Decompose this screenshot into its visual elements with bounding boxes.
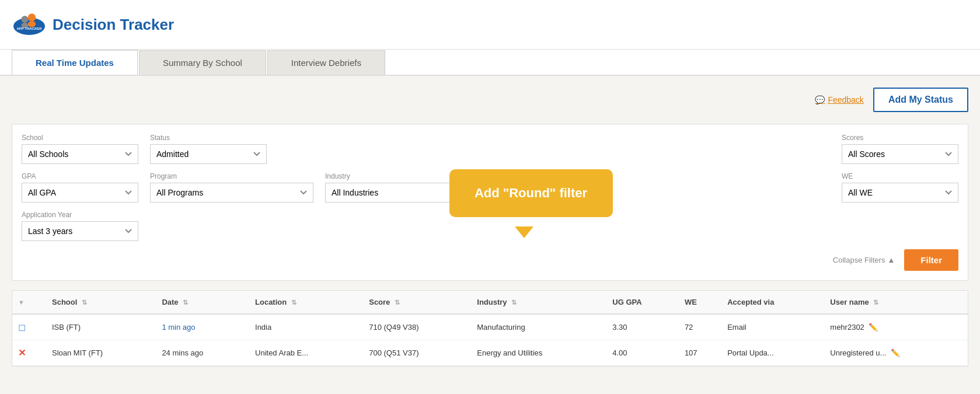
school-label: School xyxy=(22,134,138,142)
row2-school: Sloan MIT (FT) xyxy=(46,340,156,366)
program-select[interactable]: All Programs xyxy=(150,183,313,203)
results-table-container: School Date Location Score xyxy=(12,290,968,367)
row1-school: ISB (FT) xyxy=(46,314,156,340)
we-select[interactable]: All WE xyxy=(842,183,958,203)
row1-location: India xyxy=(249,314,363,340)
row1-accepted-via: Email xyxy=(721,314,824,340)
svg-point-4 xyxy=(28,21,36,27)
table-row: ◻ ISB (FT) 1 min ago India 710 (Q49 V38)… xyxy=(12,314,968,340)
scores-label: Scores xyxy=(842,134,958,142)
app-logo: APP TRACKER xyxy=(12,7,47,42)
th-accepted-via: Accepted via xyxy=(721,291,824,314)
tabs-bar: Real Time Updates Summary By School Inte… xyxy=(0,50,980,76)
row2-ug-gpa: 4.00 xyxy=(606,340,679,366)
table-header-row: School Date Location Score xyxy=(12,291,968,314)
app-year-label: Application Year xyxy=(22,211,138,219)
table-row: ✕ Sloan MIT (FT) 24 mins ago United Arab… xyxy=(12,340,968,366)
tab-summary[interactable]: Summary By School xyxy=(139,50,266,75)
username-sort-icon xyxy=(873,299,878,306)
gpa-label: GPA xyxy=(22,172,138,180)
tab-real-time[interactable]: Real Time Updates xyxy=(12,50,138,75)
row2-status-cell: ✕ xyxy=(12,340,46,366)
gpa-filter-group: GPA All GPA xyxy=(22,172,138,203)
row2-we: 107 xyxy=(679,340,721,366)
filter-button[interactable]: Filter xyxy=(904,249,958,271)
row2-accepted-via: Portal Upda... xyxy=(721,340,824,366)
row2-date: 24 mins ago xyxy=(156,340,249,366)
location-sort-icon xyxy=(291,299,297,306)
th-we: WE xyxy=(679,291,721,314)
logo-area: APP TRACKER Decision Tracker xyxy=(12,7,174,42)
we-label: WE xyxy=(842,172,958,180)
row1-edit-icon[interactable]: ✏️ xyxy=(869,323,878,332)
row1-date-link[interactable]: 1 min ago xyxy=(162,323,195,332)
top-actions: 💬 Feedback Add My Status xyxy=(12,88,968,112)
row2-location: United Arab E... xyxy=(249,340,363,366)
admitted-icon: ◻ xyxy=(18,322,26,332)
th-date[interactable]: Date xyxy=(156,291,249,314)
scores-select[interactable]: All Scores xyxy=(842,144,958,164)
app-year-filter-group: Application Year Last 3 years xyxy=(22,211,138,241)
row1-industry: Manufacturing xyxy=(471,314,606,340)
app-year-select[interactable]: Last 3 years xyxy=(22,221,138,241)
tooltip-bubble: Add "Round" filter xyxy=(449,169,613,217)
row2-username: Unregistered u... ✏️ xyxy=(824,340,968,366)
row2-score: 700 (Q51 V37) xyxy=(363,340,471,366)
school-filter-group: School All Schools xyxy=(22,134,138,164)
program-filter-group: Program All Programs xyxy=(150,172,313,203)
tab-interview[interactable]: Interview Debriefs xyxy=(267,50,385,75)
filter-actions: Collapse Filters Filter xyxy=(22,249,958,271)
row1-we: 72 xyxy=(679,314,721,340)
row2-industry: Energy and Utilities xyxy=(471,340,606,366)
app-header: APP TRACKER Decision Tracker xyxy=(0,0,980,50)
th-score[interactable]: Score xyxy=(363,291,471,314)
expand-all-icon[interactable] xyxy=(18,299,25,306)
th-username[interactable]: User name xyxy=(824,291,968,314)
status-select[interactable]: Admitted xyxy=(150,144,267,164)
add-status-button[interactable]: Add My Status xyxy=(873,88,968,112)
svg-point-1 xyxy=(22,16,29,23)
filter-row-1: School All Schools Status Admitted Score… xyxy=(22,134,958,164)
th-ug-gpa: UG GPA xyxy=(606,291,679,314)
chevron-up-icon xyxy=(887,256,895,264)
feedback-link[interactable]: 💬 Feedback xyxy=(815,95,863,104)
th-location[interactable]: Location xyxy=(249,291,363,314)
collapse-filters-button[interactable]: Collapse Filters xyxy=(833,256,895,264)
industry-sort-icon xyxy=(511,299,517,306)
status-filter-group: Status Admitted xyxy=(150,134,267,164)
row1-date: 1 min ago xyxy=(156,314,249,340)
svg-text:APP TRACKER: APP TRACKER xyxy=(16,27,42,30)
feedback-icon: 💬 xyxy=(815,95,825,104)
svg-point-3 xyxy=(28,13,36,22)
th-industry[interactable]: Industry xyxy=(471,291,606,314)
score-sort-icon xyxy=(395,299,400,306)
row1-status-cell: ◻ xyxy=(12,314,46,340)
main-content: Add "Round" filter 💬 Feedback Add My Sta… xyxy=(0,76,980,378)
results-table: School Date Location Score xyxy=(12,291,968,366)
th-school[interactable]: School xyxy=(46,291,156,314)
row1-ug-gpa: 3.30 xyxy=(606,314,679,340)
date-sort-icon xyxy=(183,299,188,306)
we-filter-group: WE All WE xyxy=(842,172,958,203)
scores-filter-group: Scores All Scores xyxy=(842,134,958,164)
row2-edit-icon[interactable]: ✏️ xyxy=(891,348,900,357)
row1-score: 710 (Q49 V38) xyxy=(363,314,471,340)
school-select[interactable]: All Schools xyxy=(22,144,138,164)
row1-username: mehr2302 ✏️ xyxy=(824,314,968,340)
gpa-select[interactable]: All GPA xyxy=(22,183,138,203)
status-label: Status xyxy=(150,134,267,142)
app-title: Decision Tracker xyxy=(53,16,174,34)
denied-icon: ✕ xyxy=(18,348,26,358)
school-sort-icon xyxy=(82,299,87,306)
program-label: Program xyxy=(150,172,313,180)
th-expand xyxy=(12,291,46,314)
